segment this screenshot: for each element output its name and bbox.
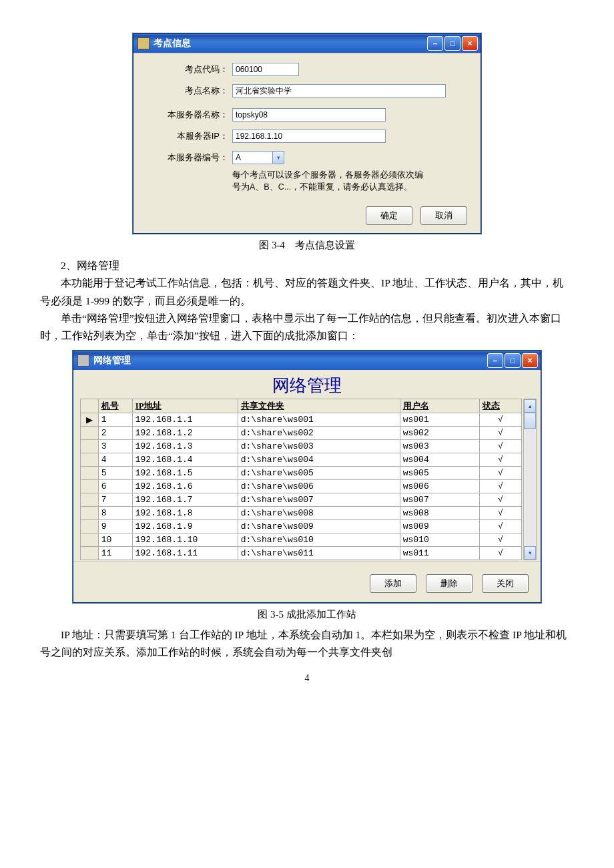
titlebar[interactable]: 网络管理 – □ × — [73, 351, 541, 370]
window-title: 考点信息 — [154, 37, 427, 49]
table-row[interactable]: 11192.168.1.11d:\share\ws011ws011√ — [81, 546, 522, 560]
row-selector[interactable] — [81, 506, 99, 519]
cell-share: d:\share\ws008 — [238, 506, 400, 519]
cell-user: ws001 — [400, 413, 479, 426]
table-row[interactable]: 8192.168.1.8d:\share\ws008ws008√ — [81, 506, 522, 519]
delete-button[interactable]: 删除 — [426, 574, 473, 593]
col-status[interactable]: 状态 — [479, 399, 521, 413]
app-icon — [137, 37, 149, 49]
chevron-down-icon[interactable]: ▾ — [272, 152, 284, 164]
table-header-row: 机号 IP地址 共享文件夹 用户名 状态 — [81, 399, 522, 413]
row-selector[interactable] — [81, 466, 99, 479]
row-selector[interactable] — [81, 426, 99, 439]
scroll-up-icon[interactable]: ▴ — [524, 399, 536, 413]
cell-user: ws007 — [400, 493, 479, 506]
server-no-label: 本服务器编号： — [141, 152, 232, 164]
close-button-2[interactable]: 关闭 — [482, 574, 529, 593]
code-input[interactable] — [232, 63, 299, 76]
row-selector[interactable] — [81, 533, 99, 546]
cell-ip: 192.168.1.2 — [132, 426, 238, 439]
cell-status: √ — [479, 533, 521, 546]
col-num[interactable]: 机号 — [98, 399, 132, 413]
cell-ip: 192.168.1.6 — [132, 479, 238, 493]
cell-share: d:\share\ws007 — [238, 493, 400, 506]
app-icon — [77, 355, 89, 367]
col-share[interactable]: 共享文件夹 — [238, 399, 400, 413]
server-no-value: A — [236, 153, 241, 162]
table-row[interactable]: 6192.168.1.6d:\share\ws006ws006√ — [81, 479, 522, 493]
row-selector[interactable]: ▶ — [81, 413, 99, 426]
cell-num: 10 — [98, 533, 132, 546]
table-row[interactable]: ▶1192.168.1.1d:\share\ws001ws001√ — [81, 413, 522, 426]
row-selector[interactable] — [81, 493, 99, 506]
cell-user: ws009 — [400, 519, 479, 533]
scroll-down-icon[interactable]: ▾ — [524, 546, 536, 560]
col-user[interactable]: 用户名 — [400, 399, 479, 413]
cell-status: √ — [479, 439, 521, 453]
table-row[interactable]: 9192.168.1.9d:\share\ws009ws009√ — [81, 519, 522, 533]
cell-ip: 192.168.1.7 — [132, 493, 238, 506]
cell-num: 11 — [98, 546, 132, 560]
cell-status: √ — [479, 479, 521, 493]
row-selector[interactable] — [81, 439, 99, 453]
page-number: 4 — [40, 673, 574, 684]
cell-num: 9 — [98, 519, 132, 533]
table-row[interactable]: 3192.168.1.3d:\share\ws003ws003√ — [81, 439, 522, 453]
table-row[interactable]: 7192.168.1.7d:\share\ws007ws007√ — [81, 493, 522, 506]
cell-ip: 192.168.1.4 — [132, 453, 238, 466]
table-row[interactable]: 5192.168.1.5d:\share\ws005ws005√ — [81, 466, 522, 479]
cell-num: 5 — [98, 466, 132, 479]
add-button[interactable]: 添加 — [370, 574, 416, 593]
titlebar[interactable]: 考点信息 – □ × — [133, 34, 481, 53]
code-label: 考点代码： — [141, 63, 232, 75]
table-row[interactable]: 4192.168.1.4d:\share\ws004ws004√ — [81, 453, 522, 466]
server-no-select[interactable]: A ▾ — [232, 151, 284, 164]
server-ip-input[interactable] — [232, 130, 386, 143]
maximize-button[interactable]: □ — [444, 36, 460, 51]
server-name-input[interactable] — [232, 108, 386, 122]
server-ip-label: 本服务器IP： — [141, 130, 232, 142]
table-row[interactable]: 10192.168.1.10d:\share\ws010ws010√ — [81, 533, 522, 546]
table-row[interactable]: 2192.168.1.2d:\share\ws002ws002√ — [81, 426, 522, 439]
minimize-button[interactable]: – — [427, 36, 443, 51]
workstation-table: 机号 IP地址 共享文件夹 用户名 状态 ▶1192.168.1.1d:\sha… — [80, 399, 522, 560]
cell-status: √ — [479, 493, 521, 506]
cell-share: d:\share\ws002 — [238, 426, 400, 439]
para-body-text: IP 地址：只需要填写第 1 台工作站的 IP 地址，本系统会自动加 1。本栏如… — [40, 626, 574, 662]
network-manage-dialog: 网络管理 – □ × 网络管理 机号 IP — [73, 351, 541, 603]
cell-share: d:\share\ws011 — [238, 546, 400, 560]
panel-title: 网络管理 — [73, 370, 541, 399]
exam-site-info-dialog: 考点信息 – □ × 考点代码： 考点名称： 本服务器名称： — [133, 33, 481, 234]
cell-num: 8 — [98, 506, 132, 519]
para-body-text: 本功能用于登记考试工作站信息，包括：机号、对应的答题文件夹、IP 地址、工作状态… — [40, 274, 574, 310]
name-label: 考点名称： — [141, 85, 232, 97]
minimize-button[interactable]: – — [487, 353, 503, 368]
cell-user: ws002 — [400, 426, 479, 439]
cell-user: ws003 — [400, 439, 479, 453]
figure-caption-3-4: 图 3-4 考点信息设置 — [40, 239, 574, 252]
cell-user: ws011 — [400, 546, 479, 560]
row-selector[interactable] — [81, 479, 99, 493]
cell-num: 7 — [98, 493, 132, 506]
row-selector[interactable] — [81, 453, 99, 466]
row-selector[interactable] — [81, 519, 99, 533]
cell-share: d:\share\ws005 — [238, 466, 400, 479]
server-name-label: 本服务器名称： — [141, 109, 232, 121]
col-ip[interactable]: IP地址 — [132, 399, 238, 413]
cell-status: √ — [479, 466, 521, 479]
ok-button[interactable]: 确定 — [366, 206, 412, 225]
cell-status: √ — [479, 426, 521, 439]
maximize-button[interactable]: □ — [505, 353, 521, 368]
cell-user: ws006 — [400, 479, 479, 493]
cell-num: 1 — [98, 413, 132, 426]
name-input[interactable] — [232, 84, 446, 97]
close-button[interactable]: × — [462, 36, 478, 51]
cell-status: √ — [479, 453, 521, 466]
cell-ip: 192.168.1.10 — [132, 533, 238, 546]
scroll-thumb[interactable] — [524, 413, 536, 546]
row-selector[interactable] — [81, 546, 99, 560]
cancel-button[interactable]: 取消 — [420, 206, 467, 225]
vertical-scrollbar[interactable]: ▴ ▾ — [523, 399, 537, 560]
close-button[interactable]: × — [522, 353, 538, 368]
cell-status: √ — [479, 546, 521, 560]
